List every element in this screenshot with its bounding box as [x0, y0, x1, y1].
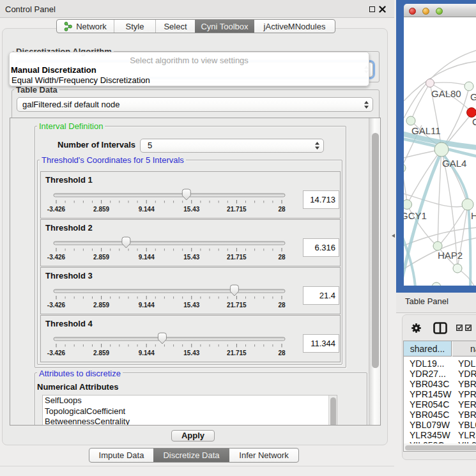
svg-text:15.43: 15.43 — [183, 254, 199, 261]
svg-text:C: C — [472, 116, 476, 127]
svg-text:GAL80: GAL80 — [431, 88, 461, 99]
svg-text:-3.426: -3.426 — [47, 206, 66, 213]
svg-text:2.859: 2.859 — [93, 206, 109, 213]
svg-text:-3.426: -3.426 — [47, 349, 66, 357]
svg-text:21.715: 21.715 — [227, 206, 247, 213]
svg-text:GAL4: GAL4 — [442, 158, 466, 169]
svg-text:21.715: 21.715 — [227, 349, 247, 357]
svg-text:GA: GA — [470, 91, 476, 102]
svg-text:2.859: 2.859 — [93, 349, 109, 357]
svg-text:-3.426: -3.426 — [47, 302, 66, 309]
svg-text:28: 28 — [278, 206, 286, 213]
svg-text:9.144: 9.144 — [139, 206, 155, 213]
svg-text:28: 28 — [278, 302, 286, 309]
svg-text:2.859: 2.859 — [93, 254, 109, 261]
svg-text:2.859: 2.859 — [93, 302, 109, 309]
svg-text:9.144: 9.144 — [139, 349, 155, 357]
svg-text:21.715: 21.715 — [227, 302, 247, 309]
svg-text:-3.426: -3.426 — [47, 254, 66, 261]
svg-text:15.43: 15.43 — [183, 206, 199, 213]
svg-text:21.715: 21.715 — [227, 254, 247, 261]
svg-text:15.43: 15.43 — [183, 302, 199, 309]
svg-text:9.144: 9.144 — [139, 254, 155, 261]
svg-text:H: H — [471, 210, 476, 221]
svg-text:15.43: 15.43 — [183, 349, 199, 357]
svg-text:GAL11: GAL11 — [411, 125, 441, 136]
svg-text:HAP2: HAP2 — [438, 250, 463, 261]
svg-text:9.144: 9.144 — [139, 302, 155, 309]
svg-text:28: 28 — [278, 349, 286, 357]
svg-text:28: 28 — [278, 254, 286, 261]
svg-text:GCY1: GCY1 — [404, 210, 427, 221]
